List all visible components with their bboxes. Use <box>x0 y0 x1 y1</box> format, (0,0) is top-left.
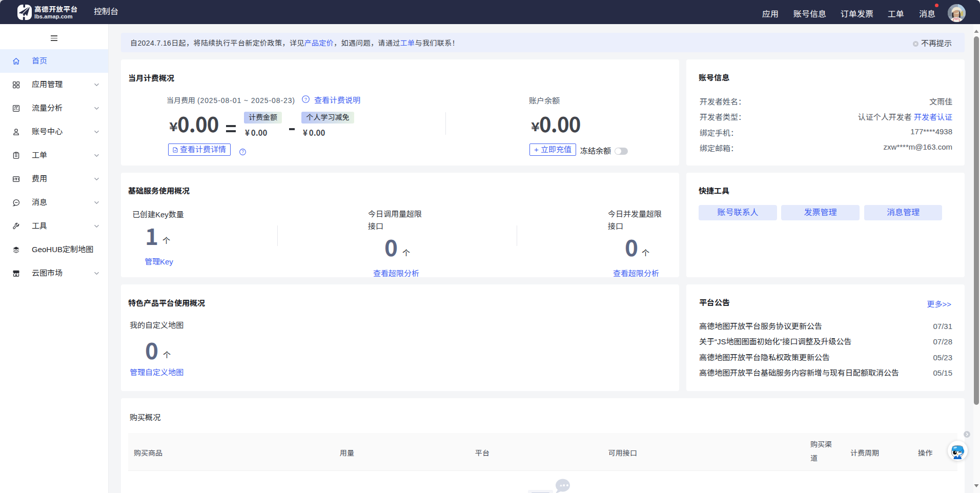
svg-text:?: ? <box>304 96 307 102</box>
svg-text:?: ? <box>241 150 244 154</box>
